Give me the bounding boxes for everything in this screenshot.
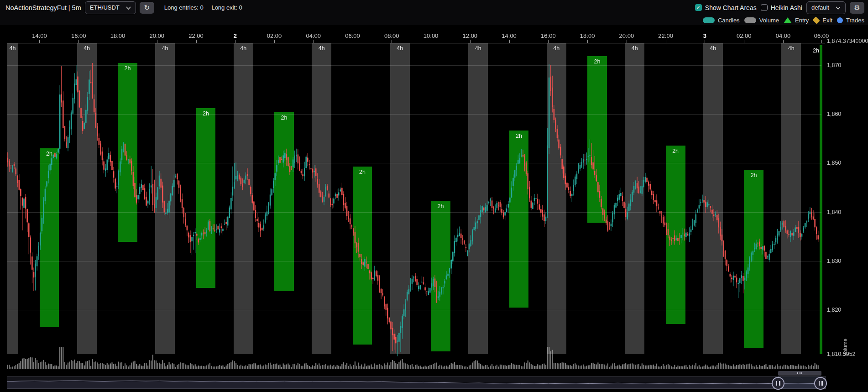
area-label: 2h bbox=[751, 172, 757, 178]
time-tick bbox=[274, 40, 275, 43]
legend-item-exit[interactable]: Exit bbox=[813, 17, 832, 24]
area-label: 2h bbox=[594, 58, 601, 65]
top-bar: NoActionStrategyFut | 5m ETH/USDT ↻ Long… bbox=[0, 0, 868, 25]
time-tick bbox=[705, 40, 705, 43]
time-tick bbox=[744, 40, 744, 43]
time-label: 22:00 bbox=[658, 32, 673, 39]
time-tick bbox=[39, 40, 40, 43]
checkbox-checked-icon: ✓ bbox=[695, 4, 702, 11]
area-label: 2h bbox=[672, 148, 679, 154]
time-label: 02:00 bbox=[267, 32, 282, 39]
volume-swatch-icon bbox=[744, 17, 756, 23]
strategy-title: NoActionStrategyFut | 5m bbox=[5, 4, 81, 11]
area-label: 4h bbox=[10, 45, 16, 52]
plot-config-value: default bbox=[811, 4, 829, 11]
time-label: 04:00 bbox=[306, 32, 321, 39]
time-label: 16:00 bbox=[541, 32, 556, 39]
chevron-down-icon bbox=[836, 4, 841, 11]
area-label: 2h bbox=[281, 115, 288, 121]
chevron-down-icon bbox=[126, 4, 131, 11]
time-tick bbox=[509, 40, 510, 43]
time-label: 22:00 bbox=[188, 32, 204, 39]
time-label: 06:00 bbox=[345, 32, 360, 39]
datazoom-right-handle[interactable] bbox=[814, 377, 827, 390]
legend-item-trades[interactable]: Trades bbox=[837, 17, 864, 24]
volume-axis-name: volume bbox=[842, 339, 848, 355]
day-label: 3 bbox=[703, 32, 706, 39]
candlestick-canvas[interactable] bbox=[0, 0, 868, 392]
refresh-button[interactable]: ↻ bbox=[140, 2, 154, 14]
time-tick bbox=[783, 40, 784, 43]
time-label: 14:00 bbox=[32, 32, 47, 39]
area-label: 2h bbox=[813, 47, 819, 54]
legend-item-volume[interactable]: Volume bbox=[744, 17, 779, 24]
show-chart-areas-checkbox[interactable]: ✓ Show Chart Areas bbox=[695, 4, 757, 11]
price-tick-label: 1,860 bbox=[827, 111, 841, 117]
time-tick bbox=[196, 40, 197, 43]
time-label: 20:00 bbox=[149, 32, 164, 39]
area-label: 4h bbox=[162, 45, 168, 52]
datazoom-move-handle[interactable] bbox=[778, 371, 821, 376]
time-tick bbox=[548, 40, 549, 43]
area-label: 4h bbox=[475, 45, 481, 52]
time-label: 02:00 bbox=[737, 32, 752, 39]
time-label: 08:00 bbox=[384, 32, 399, 39]
day-label: 2 bbox=[234, 32, 237, 39]
refresh-icon: ↻ bbox=[144, 4, 150, 12]
trades-circle-icon bbox=[837, 17, 843, 23]
time-label: 16:00 bbox=[71, 32, 86, 39]
area-label: 4h bbox=[240, 45, 246, 52]
legend-item-candles[interactable]: Candles bbox=[703, 17, 740, 24]
time-label: 18:00 bbox=[110, 32, 125, 39]
area-label: 2h bbox=[359, 169, 366, 175]
area-label: 2h bbox=[46, 151, 52, 157]
time-tick bbox=[431, 40, 431, 43]
long-exit-label: Long exit: 0 bbox=[211, 4, 242, 11]
time-tick bbox=[392, 40, 392, 43]
time-tick bbox=[118, 40, 118, 43]
show-chart-areas-label: Show Chart Areas bbox=[705, 4, 757, 11]
pair-select[interactable]: ETH/USDT bbox=[85, 1, 136, 14]
time-axis-line bbox=[7, 43, 825, 43]
checkbox-unchecked-icon bbox=[761, 4, 768, 11]
area-label: 4h bbox=[397, 45, 403, 52]
exit-diamond-icon bbox=[813, 16, 821, 24]
time-tick bbox=[235, 40, 235, 43]
area-label: 2h bbox=[516, 133, 522, 139]
time-label: 18:00 bbox=[580, 32, 595, 39]
area-label: 4h bbox=[553, 45, 559, 52]
price-max-label: 1,874.373400000 bbox=[827, 38, 868, 44]
price-tick-label: 1,850 bbox=[827, 160, 841, 166]
time-tick bbox=[314, 40, 314, 43]
heikin-ashi-checkbox[interactable]: Heikin Ashi bbox=[761, 4, 802, 11]
chart-legend: Candles Volume Entry Exit Trades bbox=[703, 16, 864, 25]
entry-triangle-icon bbox=[784, 17, 792, 23]
time-tick bbox=[353, 40, 353, 43]
area-label: 4h bbox=[319, 45, 325, 52]
price-tick-label: 1,870 bbox=[827, 62, 841, 68]
time-tick bbox=[627, 40, 627, 43]
time-tick bbox=[470, 40, 471, 43]
time-tick bbox=[587, 40, 588, 43]
trade-stats: Long entries: 0 Long exit: 0 bbox=[164, 4, 249, 11]
heikin-ashi-label: Heikin Ashi bbox=[771, 4, 802, 11]
time-label: 20:00 bbox=[619, 32, 634, 39]
time-tick bbox=[78, 40, 79, 43]
settings-button[interactable]: ⚙ bbox=[850, 2, 864, 14]
price-tick-label: 1,820 bbox=[827, 307, 841, 313]
price-tick-label: 1,840 bbox=[827, 209, 841, 215]
time-tick bbox=[157, 40, 157, 43]
datazoom-left-handle[interactable] bbox=[772, 377, 784, 390]
legend-item-entry[interactable]: Entry bbox=[784, 17, 809, 24]
trading-app: NoActionStrategyFut | 5m ETH/USDT ↻ Long… bbox=[0, 0, 868, 392]
plot-config-select[interactable]: default bbox=[806, 1, 846, 14]
area-label: 2h bbox=[124, 65, 131, 72]
price-tick-label: 1,830 bbox=[827, 258, 841, 264]
time-label: 14:00 bbox=[502, 32, 517, 39]
area-label: 2h bbox=[203, 110, 209, 117]
time-tick bbox=[666, 40, 666, 43]
time-label: 12:00 bbox=[463, 32, 478, 39]
long-entries-label: Long entries: 0 bbox=[164, 4, 204, 11]
candles-swatch-icon bbox=[703, 17, 715, 23]
time-label: 10:00 bbox=[424, 32, 439, 39]
